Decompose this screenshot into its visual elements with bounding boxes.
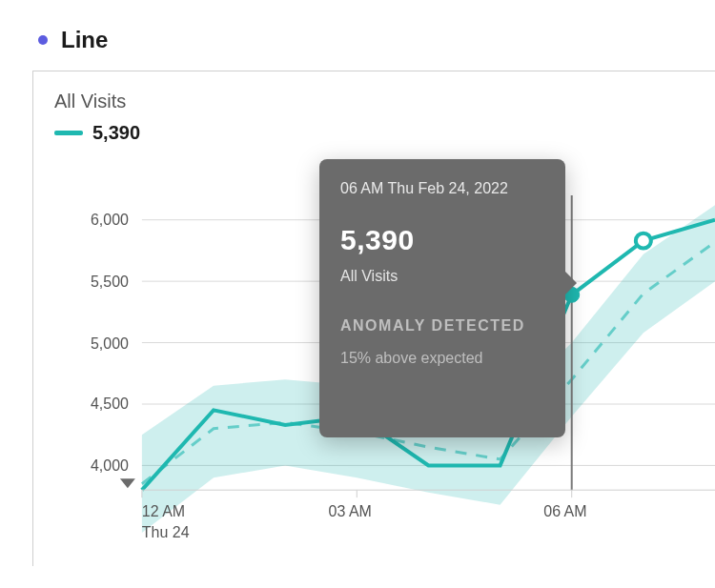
legend-value: 5,390 [92, 122, 140, 144]
y-tick-label: 4,500 [91, 395, 129, 412]
legend-swatch-icon [54, 131, 83, 135]
chart-tooltip: 06 AM Thu Feb 24, 2022 5,390 All Visits … [319, 159, 565, 437]
panel-type-title: Line [61, 27, 108, 53]
x-tick-label: 12 AM [142, 503, 185, 519]
y-axis-ticks: 6,000 5,500 5,000 4,500 4,000 [91, 212, 129, 474]
y-tick-label: 5,000 [91, 335, 129, 352]
x-axis-ticks: 12 AM 03 AM 06 AM [142, 490, 587, 519]
tooltip-anomaly-heading: ANOMALY DETECTED [340, 317, 544, 335]
anomaly-point-icon[interactable] [636, 233, 651, 249]
y-tick-label: 6,000 [91, 212, 129, 228]
header-dot-icon [38, 35, 48, 45]
panel-header: Line [0, 0, 715, 63]
chart-title: All Visits [54, 91, 715, 112]
tooltip-anomaly-detail: 15% above expected [340, 350, 544, 367]
tooltip-series-label: All Visits [340, 268, 544, 285]
tooltip-timestamp: 06 AM Thu Feb 24, 2022 [340, 180, 544, 197]
collapse-axis-icon[interactable] [120, 478, 135, 488]
y-tick-label: 5,500 [91, 274, 129, 290]
tooltip-value: 5,390 [340, 224, 544, 256]
x-tick-label: 03 AM [329, 503, 372, 519]
chart-panel: All Visits 5,390 6,000 5,500 5,000 4,500… [32, 71, 715, 566]
legend: 5,390 [54, 122, 715, 144]
y-tick-label: 4,000 [91, 457, 129, 474]
x-sub-label: Thu 24 [142, 524, 190, 540]
x-tick-label: 06 AM [543, 503, 586, 519]
x-axis-sub: Thu 24 [142, 524, 190, 540]
